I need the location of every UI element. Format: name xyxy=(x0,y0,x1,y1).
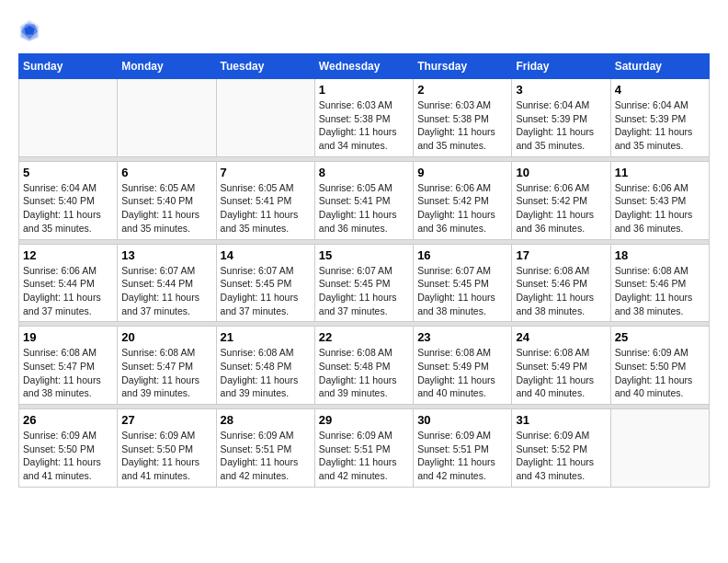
day-number: 10 xyxy=(516,166,606,179)
calendar-cell: 28 Sunrise: 6:09 AM Sunset: 5:51 PM Dayl… xyxy=(216,409,314,488)
calendar-cell: 25 Sunrise: 6:09 AM Sunset: 5:50 PM Dayl… xyxy=(610,327,709,405)
calendar-cell: 30 Sunrise: 6:09 AM Sunset: 5:51 PM Dayl… xyxy=(414,409,512,488)
day-info: Sunrise: 6:09 AM Sunset: 5:51 PM Dayligh… xyxy=(319,429,409,483)
day-number: 26 xyxy=(23,413,113,427)
day-info: Sunrise: 6:06 AM Sunset: 5:42 PM Dayligh… xyxy=(417,181,507,236)
calendar-cell: 21 Sunrise: 6:08 AM Sunset: 5:48 PM Dayl… xyxy=(216,327,314,405)
day-info: Sunrise: 6:09 AM Sunset: 5:50 PM Dayligh… xyxy=(121,429,211,483)
day-info: Sunrise: 6:06 AM Sunset: 5:42 PM Dayligh… xyxy=(516,181,606,236)
logo-icon xyxy=(18,18,40,44)
day-info: Sunrise: 6:09 AM Sunset: 5:50 PM Dayligh… xyxy=(23,429,113,483)
week-row-2: 5 Sunrise: 6:04 AM Sunset: 5:40 PM Dayli… xyxy=(19,161,710,239)
week-row-1: 1 Sunrise: 6:03 AM Sunset: 5:38 PM Dayli… xyxy=(19,79,710,157)
day-info: Sunrise: 6:07 AM Sunset: 5:45 PM Dayligh… xyxy=(417,264,507,318)
day-info: Sunrise: 6:09 AM Sunset: 5:50 PM Dayligh… xyxy=(615,346,705,400)
day-number: 2 xyxy=(417,83,507,97)
calendar-cell: 5 Sunrise: 6:04 AM Sunset: 5:40 PM Dayli… xyxy=(19,161,118,239)
day-info: Sunrise: 6:03 AM Sunset: 5:38 PM Dayligh… xyxy=(417,98,507,153)
day-info: Sunrise: 6:08 AM Sunset: 5:47 PM Dayligh… xyxy=(23,346,113,400)
calendar-cell: 18 Sunrise: 6:08 AM Sunset: 5:46 PM Dayl… xyxy=(610,244,709,322)
day-number: 25 xyxy=(615,330,705,344)
day-info: Sunrise: 6:08 AM Sunset: 5:48 PM Dayligh… xyxy=(221,346,311,400)
calendar-cell: 1 Sunrise: 6:03 AM Sunset: 5:38 PM Dayli… xyxy=(314,79,413,157)
calendar-cell: 2 Sunrise: 6:03 AM Sunset: 5:38 PM Dayli… xyxy=(414,79,512,157)
calendar-cell xyxy=(610,409,709,488)
calendar-cell: 15 Sunrise: 6:07 AM Sunset: 5:45 PM Dayl… xyxy=(314,244,413,322)
day-info: Sunrise: 6:05 AM Sunset: 5:41 PM Dayligh… xyxy=(221,181,311,236)
calendar-cell: 23 Sunrise: 6:08 AM Sunset: 5:49 PM Dayl… xyxy=(414,327,512,405)
calendar-cell: 3 Sunrise: 6:04 AM Sunset: 5:39 PM Dayli… xyxy=(512,79,610,157)
calendar-cell: 16 Sunrise: 6:07 AM Sunset: 5:45 PM Dayl… xyxy=(414,244,512,322)
day-number: 29 xyxy=(319,413,409,427)
day-number: 24 xyxy=(516,330,606,344)
calendar-cell: 11 Sunrise: 6:06 AM Sunset: 5:43 PM Dayl… xyxy=(610,161,709,239)
day-number: 6 xyxy=(121,166,211,179)
calendar-cell: 31 Sunrise: 6:09 AM Sunset: 5:52 PM Dayl… xyxy=(512,409,610,488)
day-number: 30 xyxy=(417,413,507,427)
week-row-3: 12 Sunrise: 6:06 AM Sunset: 5:44 PM Dayl… xyxy=(19,244,710,322)
day-info: Sunrise: 6:08 AM Sunset: 5:46 PM Dayligh… xyxy=(516,264,606,318)
day-info: Sunrise: 6:04 AM Sunset: 5:39 PM Dayligh… xyxy=(615,98,705,153)
day-number: 17 xyxy=(516,248,606,262)
weekday-header-tuesday: Tuesday xyxy=(216,54,314,79)
day-info: Sunrise: 6:04 AM Sunset: 5:40 PM Dayligh… xyxy=(23,181,113,236)
calendar-cell: 6 Sunrise: 6:05 AM Sunset: 5:40 PM Dayli… xyxy=(118,161,216,239)
calendar-cell: 20 Sunrise: 6:08 AM Sunset: 5:47 PM Dayl… xyxy=(118,327,216,405)
page-header xyxy=(18,18,710,44)
calendar-cell: 19 Sunrise: 6:08 AM Sunset: 5:47 PM Dayl… xyxy=(19,327,118,405)
calendar-cell: 26 Sunrise: 6:09 AM Sunset: 5:50 PM Dayl… xyxy=(19,409,118,488)
day-number: 27 xyxy=(121,413,211,427)
calendar-cell: 8 Sunrise: 6:05 AM Sunset: 5:41 PM Dayli… xyxy=(314,161,413,239)
day-number: 31 xyxy=(516,413,606,427)
calendar-cell: 7 Sunrise: 6:05 AM Sunset: 5:41 PM Dayli… xyxy=(216,161,314,239)
day-info: Sunrise: 6:08 AM Sunset: 5:49 PM Dayligh… xyxy=(417,346,507,400)
day-info: Sunrise: 6:08 AM Sunset: 5:47 PM Dayligh… xyxy=(121,346,211,400)
day-info: Sunrise: 6:07 AM Sunset: 5:45 PM Dayligh… xyxy=(319,264,409,318)
day-number: 11 xyxy=(615,166,705,179)
calendar-cell: 17 Sunrise: 6:08 AM Sunset: 5:46 PM Dayl… xyxy=(512,244,610,322)
calendar-cell: 9 Sunrise: 6:06 AM Sunset: 5:42 PM Dayli… xyxy=(414,161,512,239)
day-number: 9 xyxy=(417,166,507,179)
day-number: 5 xyxy=(23,166,113,179)
day-info: Sunrise: 6:09 AM Sunset: 5:52 PM Dayligh… xyxy=(516,429,606,483)
day-number: 18 xyxy=(615,248,705,262)
weekday-header-row: SundayMondayTuesdayWednesdayThursdayFrid… xyxy=(19,54,710,79)
day-info: Sunrise: 6:08 AM Sunset: 5:46 PM Dayligh… xyxy=(615,264,705,318)
day-number: 12 xyxy=(23,248,113,262)
day-info: Sunrise: 6:03 AM Sunset: 5:38 PM Dayligh… xyxy=(319,98,409,153)
day-number: 4 xyxy=(615,83,705,97)
weekday-header-saturday: Saturday xyxy=(610,54,709,79)
calendar-cell xyxy=(216,79,314,157)
day-number: 23 xyxy=(417,330,507,344)
calendar-cell: 4 Sunrise: 6:04 AM Sunset: 5:39 PM Dayli… xyxy=(610,79,709,157)
day-info: Sunrise: 6:08 AM Sunset: 5:49 PM Dayligh… xyxy=(516,346,606,400)
day-number: 13 xyxy=(121,248,211,262)
week-row-4: 19 Sunrise: 6:08 AM Sunset: 5:47 PM Dayl… xyxy=(19,327,710,405)
calendar-cell: 14 Sunrise: 6:07 AM Sunset: 5:45 PM Dayl… xyxy=(216,244,314,322)
day-info: Sunrise: 6:06 AM Sunset: 5:43 PM Dayligh… xyxy=(615,181,705,236)
weekday-header-friday: Friday xyxy=(512,54,610,79)
day-number: 16 xyxy=(417,248,507,262)
day-number: 14 xyxy=(221,248,311,262)
day-info: Sunrise: 6:09 AM Sunset: 5:51 PM Dayligh… xyxy=(417,429,507,483)
calendar-cell: 10 Sunrise: 6:06 AM Sunset: 5:42 PM Dayl… xyxy=(512,161,610,239)
calendar-cell: 13 Sunrise: 6:07 AM Sunset: 5:44 PM Dayl… xyxy=(118,244,216,322)
day-number: 28 xyxy=(221,413,311,427)
day-number: 20 xyxy=(121,330,211,344)
calendar-cell: 27 Sunrise: 6:09 AM Sunset: 5:50 PM Dayl… xyxy=(118,409,216,488)
day-info: Sunrise: 6:05 AM Sunset: 5:40 PM Dayligh… xyxy=(121,181,211,236)
day-info: Sunrise: 6:07 AM Sunset: 5:45 PM Dayligh… xyxy=(221,264,311,318)
day-number: 7 xyxy=(221,166,311,179)
weekday-header-monday: Monday xyxy=(118,54,216,79)
calendar-cell: 24 Sunrise: 6:08 AM Sunset: 5:49 PM Dayl… xyxy=(512,327,610,405)
day-info: Sunrise: 6:08 AM Sunset: 5:48 PM Dayligh… xyxy=(319,346,409,400)
calendar-table: SundayMondayTuesdayWednesdayThursdayFrid… xyxy=(18,53,710,488)
calendar-cell: 12 Sunrise: 6:06 AM Sunset: 5:44 PM Dayl… xyxy=(19,244,118,322)
day-number: 22 xyxy=(319,330,409,344)
day-number: 21 xyxy=(221,330,311,344)
day-info: Sunrise: 6:04 AM Sunset: 5:39 PM Dayligh… xyxy=(516,98,606,153)
calendar-cell: 22 Sunrise: 6:08 AM Sunset: 5:48 PM Dayl… xyxy=(314,327,413,405)
day-info: Sunrise: 6:06 AM Sunset: 5:44 PM Dayligh… xyxy=(23,264,113,318)
calendar-cell xyxy=(19,79,118,157)
day-number: 3 xyxy=(516,83,606,97)
